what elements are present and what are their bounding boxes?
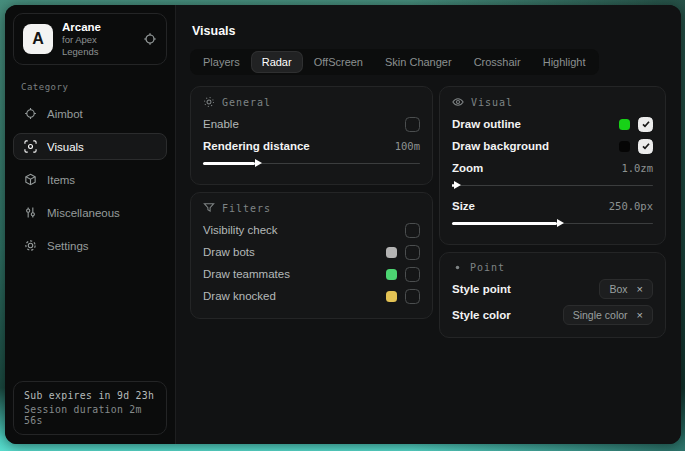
zoom-slider[interactable] xyxy=(452,180,653,191)
draw-outline-checkbox[interactable] xyxy=(638,117,653,132)
eye-icon xyxy=(452,96,464,108)
draw-outline-color-swatch[interactable] xyxy=(619,119,630,130)
draw-bots-checkbox[interactable] xyxy=(405,245,420,260)
row-label: Draw outline xyxy=(452,118,521,130)
sidebar: A Arcane for Apex Legends Category Aimbo… xyxy=(5,5,176,444)
draw-teammates-color-swatch[interactable] xyxy=(386,269,397,280)
point-row-style-color: Style color Single color × xyxy=(452,304,653,326)
rendering-distance-label: Rendering distance xyxy=(203,140,310,152)
crosshair-icon xyxy=(24,107,37,120)
tab-highlight[interactable]: Highlight xyxy=(533,52,596,72)
sidebar-item-aimbot[interactable]: Aimbot xyxy=(13,100,167,127)
app-window: A Arcane for Apex Legends Category Aimbo… xyxy=(5,5,681,444)
visual-row-size: Size 250.0px xyxy=(452,195,653,217)
enable-label: Enable xyxy=(203,118,239,130)
filter-row-draw-teammates: Draw teammates xyxy=(203,263,420,285)
visual-row-zoom: Zoom 1.0zm xyxy=(452,157,653,179)
sidebar-item-label: Items xyxy=(47,174,75,186)
funnel-icon xyxy=(203,202,215,214)
panel-title: Filters xyxy=(222,203,271,214)
main-content: Visuals Players Radar OffScreen Skin Cha… xyxy=(176,5,681,444)
row-label: Draw background xyxy=(452,140,549,152)
app-subtitle: for Apex Legends xyxy=(62,34,134,58)
filter-row-draw-knocked: Draw knocked xyxy=(203,285,420,307)
box-icon xyxy=(24,173,37,186)
draw-knocked-checkbox[interactable] xyxy=(405,289,420,304)
sidebar-item-label: Settings xyxy=(47,240,89,252)
panel-title: General xyxy=(222,97,271,108)
enable-checkbox[interactable] xyxy=(405,117,420,132)
tab-radar[interactable]: Radar xyxy=(252,52,302,72)
row-label: Draw knocked xyxy=(203,290,276,302)
page-title: Visuals xyxy=(192,24,667,38)
filter-row-visibility-check: Visibility check xyxy=(203,219,420,241)
tab-offscreen[interactable]: OffScreen xyxy=(304,52,373,72)
draw-knocked-color-swatch[interactable] xyxy=(386,291,397,302)
row-label: Draw bots xyxy=(203,246,255,258)
sidebar-item-miscellaneous[interactable]: Miscellaneous xyxy=(13,199,167,226)
style-color-value: Single color xyxy=(573,309,628,321)
draw-teammates-checkbox[interactable] xyxy=(405,267,420,282)
draw-background-checkbox[interactable] xyxy=(638,139,653,154)
app-name: Arcane xyxy=(62,20,134,34)
subscription-info: Sub expires in 9d 23h Session duration 2… xyxy=(13,381,167,435)
zoom-value: 1.0zm xyxy=(621,162,653,174)
sidebar-item-label: Miscellaneous xyxy=(47,207,120,219)
draw-background-color-swatch[interactable] xyxy=(619,141,630,152)
style-point-label: Style point xyxy=(452,283,511,295)
sun-icon xyxy=(203,96,215,108)
app-logo: A xyxy=(23,24,53,54)
filters-panel: Filters Visibility check Draw bots Draw … xyxy=(190,192,433,319)
panel-title: Point xyxy=(470,262,505,273)
style-color-label: Style color xyxy=(452,309,511,321)
sidebar-item-settings[interactable]: Settings xyxy=(13,232,167,259)
rendering-distance-slider[interactable] xyxy=(203,158,420,169)
point-panel: Point Style point Box × Style color Sing… xyxy=(439,252,666,338)
close-icon[interactable]: × xyxy=(637,284,643,295)
sidebar-item-label: Visuals xyxy=(47,141,84,153)
session-duration-text: Session duration 2m 56s xyxy=(24,404,156,426)
eye-scan-icon xyxy=(24,140,37,153)
point-row-style-point: Style point Box × xyxy=(452,278,653,300)
size-label: Size xyxy=(452,200,475,212)
gear-icon xyxy=(24,239,37,252)
visual-panel: Visual Draw outline Draw background xyxy=(439,86,666,245)
crosshair-icon[interactable] xyxy=(143,32,157,46)
filter-row-draw-bots: Draw bots xyxy=(203,241,420,263)
visuals-tabbar: Players Radar OffScreen Skin Changer Cro… xyxy=(190,49,599,75)
tab-skin-changer[interactable]: Skin Changer xyxy=(375,52,462,72)
tab-crosshair[interactable]: Crosshair xyxy=(464,52,531,72)
size-value: 250.0px xyxy=(609,200,653,212)
style-color-select[interactable]: Single color × xyxy=(563,305,653,325)
visual-row-draw-outline: Draw outline xyxy=(452,113,653,135)
sliders-icon xyxy=(24,206,37,219)
sidebar-item-items[interactable]: Items xyxy=(13,166,167,193)
visual-row-draw-background: Draw background xyxy=(452,135,653,157)
general-panel: General Enable Rendering distance 100m xyxy=(190,86,433,185)
rendering-distance-value: 100m xyxy=(395,140,420,152)
sub-expires-text: Sub expires in 9d 23h xyxy=(24,390,156,401)
style-point-select[interactable]: Box × xyxy=(599,279,653,299)
point-icon xyxy=(452,262,463,273)
draw-bots-color-swatch[interactable] xyxy=(386,247,397,258)
sidebar-item-visuals[interactable]: Visuals xyxy=(13,133,167,160)
tab-players[interactable]: Players xyxy=(193,52,250,72)
row-label: Visibility check xyxy=(203,224,278,236)
close-icon[interactable]: × xyxy=(637,310,643,321)
visibility-check-checkbox[interactable] xyxy=(405,223,420,238)
sidebar-item-label: Aimbot xyxy=(47,108,83,120)
size-slider[interactable] xyxy=(452,218,653,229)
panel-title: Visual xyxy=(471,97,513,108)
zoom-label: Zoom xyxy=(452,162,483,174)
row-label: Draw teammates xyxy=(203,268,290,280)
brand-card: A Arcane for Apex Legends xyxy=(13,13,167,65)
style-point-value: Box xyxy=(609,283,627,295)
category-label: Category xyxy=(5,69,175,97)
